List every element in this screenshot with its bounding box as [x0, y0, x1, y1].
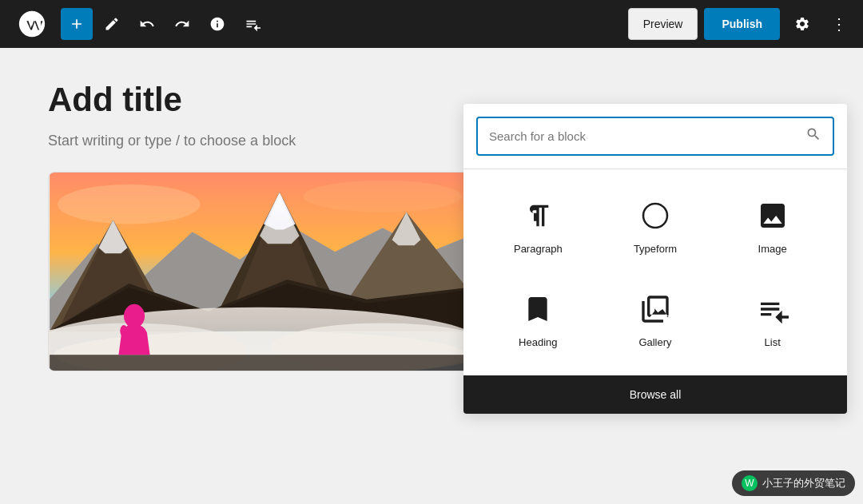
svg-point-3	[304, 181, 462, 212]
typeform-icon	[636, 196, 674, 235]
mountain-image	[48, 172, 471, 371]
typeform-label: Typeform	[634, 243, 677, 255]
search-container	[463, 104, 847, 169]
info-button[interactable]	[201, 8, 233, 40]
main-area: Add title Start writing or type / to cho…	[0, 48, 863, 504]
watermark: W 小王子的外贸笔记	[732, 470, 855, 496]
block-item-heading[interactable]: Heading	[483, 279, 594, 359]
publish-button[interactable]: Publish	[704, 8, 780, 40]
paragraph-icon	[519, 196, 557, 235]
redo-button[interactable]	[166, 8, 198, 40]
more-options-button[interactable]: ⋮	[825, 10, 853, 38]
block-item-gallery[interactable]: Gallery	[600, 279, 711, 359]
settings-button[interactable]	[786, 8, 818, 40]
image-icon	[754, 196, 792, 235]
edit-button[interactable]	[96, 8, 128, 40]
list-label: List	[765, 336, 781, 348]
block-item-list[interactable]: List	[717, 279, 828, 359]
block-item-typeform[interactable]: Typeform	[600, 185, 711, 266]
add-block-toolbar-button[interactable]	[61, 8, 93, 40]
toolbar: Preview Publish ⋮	[0, 0, 863, 48]
paragraph-label: Paragraph	[514, 243, 563, 255]
gallery-label: Gallery	[638, 336, 671, 348]
search-box	[476, 117, 834, 156]
document-outline-button[interactable]	[237, 8, 268, 40]
undo-button[interactable]	[131, 8, 163, 40]
list-icon	[754, 290, 792, 328]
wp-logo	[10, 0, 54, 48]
wechat-icon: W	[742, 475, 758, 491]
heading-label: Heading	[519, 336, 557, 348]
block-item-paragraph[interactable]: Paragraph	[483, 185, 594, 266]
image-label: Image	[758, 243, 787, 255]
blocks-grid: Paragraph Typeform Image	[463, 169, 847, 375]
search-icon	[805, 126, 821, 146]
heading-icon	[519, 290, 557, 328]
svg-point-24	[643, 204, 667, 228]
svg-point-22	[124, 304, 145, 328]
watermark-text: 小王子的外贸笔记	[762, 476, 845, 490]
toolbar-left	[61, 8, 268, 40]
block-search-input[interactable]	[489, 129, 805, 143]
svg-point-23	[120, 325, 127, 337]
preview-button[interactable]: Preview	[628, 8, 698, 40]
block-item-image[interactable]: Image	[717, 185, 828, 266]
browse-all-button[interactable]: Browse all	[463, 375, 847, 414]
svg-point-2	[58, 185, 201, 224]
block-inserter-panel: Paragraph Typeform Image	[463, 104, 847, 414]
toolbar-right: Preview Publish ⋮	[628, 8, 853, 40]
gallery-icon	[636, 290, 674, 328]
